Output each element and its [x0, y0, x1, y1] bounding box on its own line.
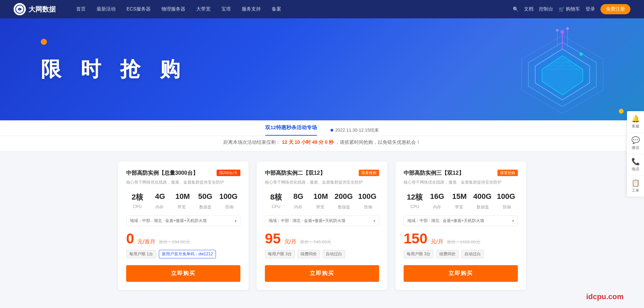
console-link[interactable]: 控制台	[539, 6, 553, 12]
card-badge: 限量抢购	[497, 170, 518, 176]
card-badge: 限量抢购	[359, 170, 379, 176]
watermark: idcpu.com	[586, 292, 624, 301]
tabs-bar: 双12特惠秒杀活动专场 2022.11.30-12.15结束	[0, 120, 644, 136]
card-subtitle: 核心骨干网络优化线路，傲盾、金盾集群提供安全防护	[404, 179, 518, 185]
hero-banner: 限 时 抢 购	[0, 18, 644, 120]
nav-link[interactable]: 首页	[76, 6, 86, 12]
region-selector[interactable]: 地域：中部 · 湖北 · 金盾+傲盾+天机防火墙 ▾	[404, 216, 518, 226]
spec-label: 内存	[433, 204, 441, 210]
spec-value: 8G	[290, 192, 307, 201]
nav-link[interactable]: 大带宽	[196, 6, 210, 12]
sidebar-label: 工单	[632, 188, 639, 193]
spec-label: 数据盘	[477, 204, 489, 210]
price-row: 0 元/首月 原价：294.00元	[126, 232, 240, 246]
product-tag: 自动过白	[461, 250, 484, 258]
nav-links: 首页最新活动ECS服务器物理服务器大带宽宝塔服务支持备案	[76, 6, 513, 12]
svg-point-1	[19, 8, 21, 10]
sidebar-item[interactable]: 📞 电话	[627, 154, 644, 175]
sidebar-icon: 📋	[631, 179, 640, 187]
logo-icon	[14, 3, 26, 15]
svg-point-9	[560, 30, 564, 34]
card-header: 中部高防实例二【双12】 限量抢购	[265, 170, 379, 177]
price-unit: 元/月	[431, 238, 443, 245]
product-tag: 每用户限 3台	[404, 250, 434, 258]
specs-labels-row: CPU内存带宽数据盘防御	[404, 204, 518, 210]
logo-text: 大网数据	[29, 5, 56, 14]
region-text: 地域：中部 · 湖北 · 金盾+傲盾+天机防火墙	[130, 218, 207, 224]
orange-dot-1	[41, 39, 47, 45]
spec-value: 12核	[406, 192, 423, 202]
tags-row: 每用户限 1台新用户首月免单码：dw1212	[126, 250, 240, 258]
buy-button[interactable]: 立即购买	[404, 265, 518, 282]
docs-link[interactable]: 文档	[524, 6, 533, 12]
login-link[interactable]: 登录	[586, 6, 595, 12]
tabs-row: 双12特惠秒杀活动专场 2022.11.30-12.15结束	[265, 124, 379, 136]
card-subtitle: 核心骨干网络优化线路，傲盾、金盾集群提供安全防护	[265, 179, 379, 185]
specs-labels-row: CPU内存带宽数据盘防御	[126, 204, 240, 210]
sidebar-item[interactable]: 💬 微信	[627, 133, 644, 154]
sidebar-item[interactable]: 🔔 客服	[627, 111, 644, 133]
spec-label: 内存	[294, 204, 302, 210]
spec-value: 8核	[268, 192, 285, 202]
price-unit: 元/首月	[137, 238, 155, 245]
region-text: 地域：中部 · 湖北 · 金盾+傲盾+天机防火墙	[269, 218, 345, 224]
svg-point-11	[556, 29, 559, 32]
nav-link[interactable]: 备案	[272, 6, 281, 12]
chevron-down-icon: ▾	[235, 219, 237, 223]
sidebar-label: 电话	[632, 167, 639, 172]
card-title: 中部高防实例三【双12】	[404, 170, 464, 177]
logo[interactable]: 大网数据	[14, 3, 56, 15]
nav-link[interactable]: 最新活动	[97, 6, 116, 12]
countdown-suffix: ，请抓紧时间抢购，以免错失优惠机会！	[335, 139, 421, 145]
spec-value: 50G	[197, 192, 214, 201]
spec-label: 数据盘	[199, 204, 211, 210]
tab-label: 双12特惠秒杀活动专场	[265, 124, 317, 130]
products-section: 中部高防实例【总量3000台】 限200台/天 核心骨干网络优化线路，傲盾、金盾…	[0, 151, 644, 304]
region-selector[interactable]: 地域：中部 · 湖北 · 金盾+傲盾+天机防火墙 ▾	[265, 216, 379, 226]
price-row: 95 元/月 原价：748.00元	[265, 232, 379, 246]
spec-value: 200G	[335, 192, 353, 201]
countdown-bar: 距离本场次活动结束仅剩： 12 天 10 小时 49 分 0 秒 ，请抓紧时间抢…	[0, 136, 644, 151]
dot-icon	[331, 129, 333, 132]
nav-link[interactable]: 宝塔	[221, 6, 231, 12]
spec-label: 带宽	[316, 204, 324, 210]
navbar: 大网数据 首页最新活动ECS服务器物理服务器大带宽宝塔服务支持备案 🔍 文档 控…	[0, 0, 644, 18]
price-unit: 元/月	[284, 238, 296, 245]
spec-label: 带宽	[177, 204, 186, 210]
tab-active[interactable]: 双12特惠秒杀活动专场	[265, 124, 317, 136]
spec-value: 16G	[428, 192, 445, 201]
product-tag: 每用户限 3台	[265, 250, 295, 258]
region-selector[interactable]: 地域：中部 · 湖北 · 金盾+傲盾+天机防火墙 ▾	[126, 216, 240, 226]
tags-row: 每用户限 3台续费同价自动过白	[404, 250, 518, 258]
spec-value: 100G	[497, 192, 515, 201]
search-icon[interactable]: 🔍	[513, 6, 519, 12]
product-tag: 每用户限 1台	[126, 250, 156, 258]
card-subtitle: 核心骨干网络优化线路，傲盾、金盾集群提供安全防护	[126, 179, 240, 185]
sidebar: 🔔 客服 💬 微信 📞 电话 📋 工单	[627, 111, 644, 197]
spec-value: 10M	[174, 192, 191, 201]
spec-value: 4G	[152, 192, 169, 201]
card-title: 中部高防实例【总量3000台】	[126, 170, 198, 177]
free-register-button[interactable]: 免费注册	[600, 4, 630, 14]
spec-value: 100G	[219, 192, 238, 201]
buy-button[interactable]: 立即购买	[265, 265, 379, 282]
sidebar-label: 微信	[632, 145, 639, 150]
cart-label: 购物车	[566, 6, 580, 12]
tags-row: 每用户限 3台续费同价自动过白	[265, 250, 379, 258]
product-tag: 续费同价	[436, 250, 459, 258]
sidebar-icon: 🔔	[631, 115, 640, 123]
cart-icon: 🛒	[559, 6, 564, 12]
buy-button[interactable]: 立即购买	[126, 265, 240, 282]
nav-link[interactable]: 服务支持	[242, 6, 261, 12]
product-tag: 续费同价	[298, 250, 320, 258]
spec-label: CPU	[272, 204, 280, 210]
nav-link[interactable]: ECS服务器	[126, 6, 151, 12]
sidebar-item[interactable]: 📋 工单	[627, 175, 644, 197]
product-card: 中部高防实例【总量3000台】 限200台/天 核心骨干网络优化线路，傲盾、金盾…	[118, 161, 249, 290]
nav-link[interactable]: 物理服务器	[162, 6, 185, 12]
sidebar-icon: 📞	[631, 157, 640, 166]
original-price: 原价：1416.00元	[447, 239, 480, 245]
sidebar-icon: 💬	[631, 136, 640, 144]
sidebar-label: 客服	[632, 124, 639, 129]
cart[interactable]: 🛒 购物车	[559, 6, 580, 12]
